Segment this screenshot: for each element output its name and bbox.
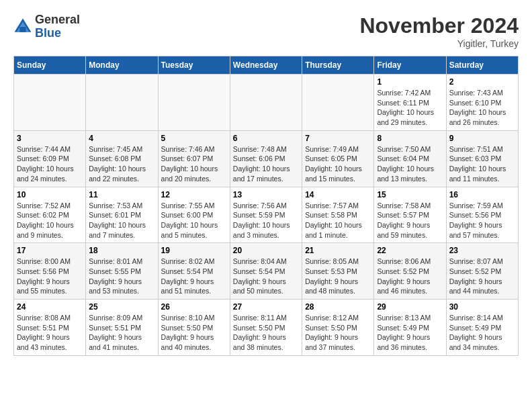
day-number: 13 (233, 190, 299, 199)
calendar-cell: 29Sunrise: 8:13 AM Sunset: 5:49 PM Dayli… (374, 300, 446, 356)
calendar-cell: 4Sunrise: 7:45 AM Sunset: 6:08 PM Daylig… (86, 130, 158, 187)
day-number: 30 (449, 302, 515, 312)
day-number: 12 (161, 190, 227, 199)
day-info: Sunrise: 8:14 AM Sunset: 5:49 PM Dayligh… (449, 313, 515, 353)
calendar-cell: 30Sunrise: 8:14 AM Sunset: 5:49 PM Dayli… (446, 300, 518, 356)
day-number: 28 (305, 302, 371, 312)
calendar-cell: 15Sunrise: 7:58 AM Sunset: 5:57 PM Dayli… (374, 187, 446, 243)
day-info: Sunrise: 7:51 AM Sunset: 6:03 PM Dayligh… (449, 144, 515, 184)
calendar-cell: 6Sunrise: 7:48 AM Sunset: 6:06 PM Daylig… (230, 130, 302, 187)
day-info: Sunrise: 8:13 AM Sunset: 5:49 PM Dayligh… (377, 313, 443, 353)
day-info: Sunrise: 7:45 AM Sunset: 6:08 PM Dayligh… (89, 144, 154, 184)
day-info: Sunrise: 7:53 AM Sunset: 6:01 PM Dayligh… (89, 201, 154, 240)
day-info: Sunrise: 8:00 AM Sunset: 5:56 PM Dayligh… (17, 257, 83, 296)
logo: General Blue (13, 13, 80, 40)
calendar-cell: 23Sunrise: 8:07 AM Sunset: 5:52 PM Dayli… (446, 243, 518, 300)
day-info: Sunrise: 7:42 AM Sunset: 6:11 PM Dayligh… (377, 88, 443, 128)
day-number: 14 (305, 190, 371, 199)
header-cell-thursday: Thursday (302, 56, 374, 75)
day-number: 23 (449, 246, 515, 255)
day-number: 22 (377, 246, 443, 255)
day-number: 7 (305, 134, 371, 143)
calendar-cell: 5Sunrise: 7:46 AM Sunset: 6:07 PM Daylig… (158, 130, 230, 187)
calendar-cell (302, 75, 374, 131)
calendar-cell: 19Sunrise: 8:02 AM Sunset: 5:54 PM Dayli… (158, 243, 230, 300)
calendar-cell: 14Sunrise: 7:57 AM Sunset: 5:58 PM Dayli… (302, 187, 374, 243)
day-info: Sunrise: 8:09 AM Sunset: 5:51 PM Dayligh… (89, 313, 154, 353)
calendar-cell (230, 75, 302, 131)
day-number: 9 (449, 134, 515, 143)
calendar-cell: 22Sunrise: 8:06 AM Sunset: 5:52 PM Dayli… (374, 243, 446, 300)
day-info: Sunrise: 7:44 AM Sunset: 6:09 PM Dayligh… (17, 144, 83, 184)
day-number: 19 (161, 246, 227, 255)
calendar-cell: 11Sunrise: 7:53 AM Sunset: 6:01 PM Dayli… (86, 187, 158, 243)
logo-icon (13, 17, 32, 36)
calendar-row-1: 1Sunrise: 7:42 AM Sunset: 6:11 PM Daylig… (14, 75, 519, 131)
calendar-cell: 25Sunrise: 8:09 AM Sunset: 5:51 PM Dayli… (86, 300, 158, 356)
header-cell-friday: Friday (374, 56, 446, 75)
day-info: Sunrise: 7:52 AM Sunset: 6:02 PM Dayligh… (17, 201, 83, 240)
calendar-cell: 20Sunrise: 8:04 AM Sunset: 5:54 PM Dayli… (230, 243, 302, 300)
day-number: 3 (17, 134, 83, 143)
header-row: SundayMondayTuesdayWednesdayThursdayFrid… (14, 56, 519, 75)
day-number: 4 (89, 134, 154, 143)
day-number: 24 (17, 302, 83, 312)
day-info: Sunrise: 7:46 AM Sunset: 6:07 PM Dayligh… (161, 144, 227, 184)
title-block: November 2024 Yigitler, Turkey (359, 13, 519, 49)
header-cell-monday: Monday (86, 56, 158, 75)
day-info: Sunrise: 8:08 AM Sunset: 5:51 PM Dayligh… (17, 313, 83, 353)
month-title: November 2024 (359, 13, 519, 38)
calendar-cell: 17Sunrise: 8:00 AM Sunset: 5:56 PM Dayli… (14, 243, 86, 300)
day-number: 27 (233, 302, 299, 312)
day-info: Sunrise: 7:43 AM Sunset: 6:10 PM Dayligh… (449, 88, 515, 128)
day-number: 11 (89, 190, 154, 199)
logo-blue-text: Blue (35, 26, 61, 40)
day-number: 8 (377, 134, 443, 143)
calendar-cell: 18Sunrise: 8:01 AM Sunset: 5:55 PM Dayli… (86, 243, 158, 300)
calendar-cell: 16Sunrise: 7:59 AM Sunset: 5:56 PM Dayli… (446, 187, 518, 243)
calendar-cell: 13Sunrise: 7:56 AM Sunset: 5:59 PM Dayli… (230, 187, 302, 243)
calendar-cell: 9Sunrise: 7:51 AM Sunset: 6:03 PM Daylig… (446, 130, 518, 187)
day-info: Sunrise: 7:50 AM Sunset: 6:04 PM Dayligh… (377, 144, 443, 184)
calendar-row-2: 3Sunrise: 7:44 AM Sunset: 6:09 PM Daylig… (14, 130, 519, 187)
day-info: Sunrise: 7:58 AM Sunset: 5:57 PM Dayligh… (377, 201, 443, 240)
day-info: Sunrise: 8:10 AM Sunset: 5:50 PM Dayligh… (161, 313, 227, 353)
calendar-cell: 28Sunrise: 8:12 AM Sunset: 5:50 PM Dayli… (302, 300, 374, 356)
calendar-cell (86, 75, 158, 131)
day-number: 20 (233, 246, 299, 255)
day-info: Sunrise: 8:05 AM Sunset: 5:53 PM Dayligh… (305, 257, 371, 296)
day-info: Sunrise: 7:49 AM Sunset: 6:05 PM Dayligh… (305, 144, 371, 184)
day-info: Sunrise: 7:55 AM Sunset: 6:00 PM Dayligh… (161, 201, 227, 240)
day-number: 16 (449, 190, 515, 199)
day-number: 25 (89, 302, 154, 312)
day-info: Sunrise: 8:04 AM Sunset: 5:54 PM Dayligh… (233, 257, 299, 296)
calendar-body: 1Sunrise: 7:42 AM Sunset: 6:11 PM Daylig… (14, 75, 519, 356)
calendar-header: SundayMondayTuesdayWednesdayThursdayFrid… (14, 56, 519, 75)
calendar-cell: 1Sunrise: 7:42 AM Sunset: 6:11 PM Daylig… (374, 75, 446, 131)
logo-general-text: General (35, 13, 80, 26)
header-cell-saturday: Saturday (446, 56, 518, 75)
calendar-cell: 8Sunrise: 7:50 AM Sunset: 6:04 PM Daylig… (374, 130, 446, 187)
header-cell-tuesday: Tuesday (158, 56, 230, 75)
calendar-table: SundayMondayTuesdayWednesdayThursdayFrid… (13, 56, 519, 356)
day-info: Sunrise: 8:02 AM Sunset: 5:54 PM Dayligh… (161, 257, 227, 296)
calendar-cell: 12Sunrise: 7:55 AM Sunset: 6:00 PM Dayli… (158, 187, 230, 243)
day-number: 17 (17, 246, 83, 255)
day-number: 26 (161, 302, 227, 312)
day-info: Sunrise: 7:56 AM Sunset: 5:59 PM Dayligh… (233, 201, 299, 240)
location-subtitle: Yigitler, Turkey (359, 38, 519, 49)
calendar-cell: 21Sunrise: 8:05 AM Sunset: 5:53 PM Dayli… (302, 243, 374, 300)
day-info: Sunrise: 7:57 AM Sunset: 5:58 PM Dayligh… (305, 201, 371, 240)
calendar-cell: 10Sunrise: 7:52 AM Sunset: 6:02 PM Dayli… (14, 187, 86, 243)
day-info: Sunrise: 8:12 AM Sunset: 5:50 PM Dayligh… (305, 313, 371, 353)
day-number: 18 (89, 246, 154, 255)
day-info: Sunrise: 8:06 AM Sunset: 5:52 PM Dayligh… (377, 257, 443, 296)
header-cell-wednesday: Wednesday (230, 56, 302, 75)
calendar-cell: 26Sunrise: 8:10 AM Sunset: 5:50 PM Dayli… (158, 300, 230, 356)
calendar-row-5: 24Sunrise: 8:08 AM Sunset: 5:51 PM Dayli… (14, 300, 519, 356)
logo-text: General Blue (35, 13, 80, 40)
svg-rect-2 (19, 27, 26, 32)
day-number: 29 (377, 302, 443, 312)
calendar-row-3: 10Sunrise: 7:52 AM Sunset: 6:02 PM Dayli… (14, 187, 519, 243)
calendar-cell: 27Sunrise: 8:11 AM Sunset: 5:50 PM Dayli… (230, 300, 302, 356)
